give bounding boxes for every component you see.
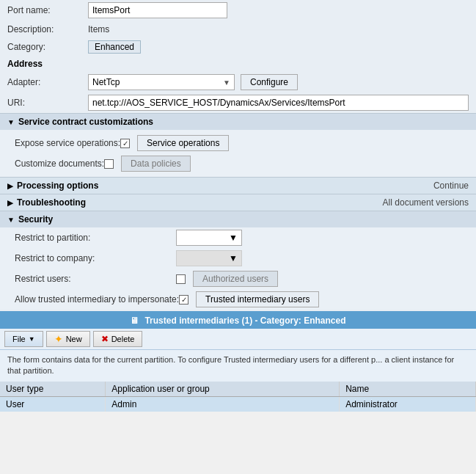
file-button[interactable]: File ▼ bbox=[4, 331, 43, 347]
table-header-row: User type Application user or group Name bbox=[0, 382, 476, 397]
troubleshooting-right: All document versions bbox=[383, 197, 469, 208]
data-table: User type Application user or group Name… bbox=[0, 382, 476, 412]
processing-options-header[interactable]: ▶ Processing options Continue bbox=[0, 177, 476, 194]
restrict-company-row: Restrict to company: ▼ bbox=[0, 248, 476, 269]
restrict-users-row: Restrict users: Authorized users bbox=[0, 269, 476, 289]
restrict-users-label: Restrict users: bbox=[15, 274, 176, 284]
adapter-row: Adapter: NetTcp ▼ Configure bbox=[0, 72, 476, 92]
main-panel: Port name: Description: Items Category: … bbox=[0, 0, 476, 412]
file-dropdown-arrow-icon: ▼ bbox=[29, 335, 35, 343]
adapter-select[interactable]: NetTcp ▼ bbox=[88, 74, 235, 90]
file-button-label: File bbox=[12, 335, 26, 343]
processing-options-right: Continue bbox=[433, 181, 469, 191]
bottom-toolbar: File ▼ ✦ New ✖ Delete bbox=[0, 329, 476, 350]
uri-label: URI: bbox=[7, 98, 88, 108]
customize-docs-checkbox[interactable] bbox=[104, 159, 114, 169]
port-name-input[interactable] bbox=[88, 2, 227, 18]
troubleshooting-label: Troubleshooting bbox=[17, 197, 86, 208]
restrict-company-select[interactable]: ▼ bbox=[176, 250, 242, 266]
restrict-company-arrow: ▼ bbox=[229, 253, 238, 263]
security-label: Security bbox=[18, 214, 53, 225]
table-row[interactable]: User Admin Administrator bbox=[0, 396, 476, 412]
delete-icon: ✖ bbox=[101, 334, 109, 344]
restrict-partition-select[interactable]: ▼ bbox=[176, 230, 242, 246]
allow-trusted-row: Allow trusted intermediary to impersonat… bbox=[0, 289, 476, 310]
cell-name: Administrator bbox=[340, 396, 476, 412]
category-row: Category: Enhanced bbox=[0, 38, 476, 56]
delete-button-label: Delete bbox=[111, 335, 135, 343]
info-text: The form contains data for the current p… bbox=[0, 350, 476, 382]
allow-trusted-checkbox[interactable] bbox=[179, 295, 188, 305]
expose-ops-row: Expose service operations: Service opera… bbox=[0, 133, 476, 153]
security-content: Restrict to partition: ▼ Restrict to com… bbox=[0, 227, 476, 310]
allow-trusted-label: Allow trusted intermediary to impersonat… bbox=[15, 294, 179, 305]
restrict-users-checkbox[interactable] bbox=[176, 274, 186, 284]
restrict-partition-label: Restrict to partition: bbox=[15, 233, 176, 243]
configure-button[interactable]: Configure bbox=[241, 74, 298, 90]
cell-user-type: User bbox=[0, 396, 106, 412]
customize-docs-label: Customize documents: bbox=[15, 158, 104, 169]
service-operations-button[interactable]: Service operations bbox=[137, 135, 229, 151]
bottom-panel-icon: 🖥 bbox=[130, 316, 139, 326]
col-user-type: User type bbox=[0, 382, 106, 397]
description-row: Description: Items bbox=[0, 21, 476, 38]
col-name: Name bbox=[340, 382, 476, 397]
new-button-label: New bbox=[66, 335, 82, 343]
address-label: Address bbox=[0, 56, 476, 72]
category-label: Category: bbox=[7, 42, 88, 52]
adapter-label: Adapter: bbox=[7, 77, 88, 87]
expose-ops-label: Expose service operations: bbox=[15, 138, 120, 148]
restrict-partition-row: Restrict to partition: ▼ bbox=[0, 227, 476, 248]
collapse-icon: ▼ bbox=[7, 118, 15, 126]
restrict-company-label: Restrict to company: bbox=[15, 253, 176, 263]
processing-options-header-left: ▶ Processing options bbox=[7, 181, 98, 191]
service-contract-header[interactable]: ▼ Service contract customizations bbox=[0, 113, 476, 130]
category-value: Enhanced bbox=[88, 40, 141, 54]
bottom-titlebar: 🖥 Trusted intermediaries (1) - Category:… bbox=[0, 313, 476, 329]
bottom-panel: 🖥 Trusted intermediaries (1) - Category:… bbox=[0, 311, 476, 412]
cell-app-user: Admin bbox=[106, 396, 340, 412]
bottom-panel-title: Trusted intermediaries (1) - Category: E… bbox=[144, 316, 345, 326]
data-policies-button[interactable]: Data policies bbox=[121, 156, 191, 172]
troubleshooting-header[interactable]: ▶ Troubleshooting All document versions bbox=[0, 194, 476, 211]
customize-docs-row: Customize documents: Data policies bbox=[0, 153, 476, 174]
processing-options-label: Processing options bbox=[17, 181, 98, 191]
description-label: Description: bbox=[7, 24, 88, 34]
processing-collapse-icon: ▶ bbox=[7, 182, 13, 190]
new-button[interactable]: ✦ New bbox=[46, 331, 90, 347]
troubleshooting-header-left: ▶ Troubleshooting bbox=[7, 197, 86, 208]
port-name-row: Port name: bbox=[0, 0, 476, 21]
trusted-intermediary-users-button[interactable]: Trusted intermediary users bbox=[196, 291, 319, 307]
authorized-users-button[interactable]: Authorized users bbox=[193, 271, 278, 287]
col-app-user: Application user or group bbox=[106, 382, 340, 397]
delete-button[interactable]: ✖ Delete bbox=[93, 331, 143, 347]
security-header[interactable]: ▼ Security bbox=[0, 211, 476, 227]
expose-ops-checkbox[interactable] bbox=[120, 139, 130, 148]
new-icon: ✦ bbox=[54, 333, 63, 345]
port-name-label: Port name: bbox=[7, 5, 88, 15]
uri-input[interactable] bbox=[88, 95, 469, 111]
security-collapse-icon: ▼ bbox=[7, 216, 15, 224]
restrict-partition-arrow: ▼ bbox=[229, 233, 238, 243]
service-contract-label: Service contract customizations bbox=[18, 117, 153, 127]
adapter-dropdown-icon: ▼ bbox=[223, 79, 230, 87]
description-value: Items bbox=[88, 24, 109, 34]
uri-row: URI: bbox=[0, 92, 476, 113]
service-contract-content: Expose service operations: Service opera… bbox=[0, 130, 476, 177]
adapter-select-value: NetTcp bbox=[92, 77, 120, 87]
troubleshooting-collapse-icon: ▶ bbox=[7, 199, 13, 207]
